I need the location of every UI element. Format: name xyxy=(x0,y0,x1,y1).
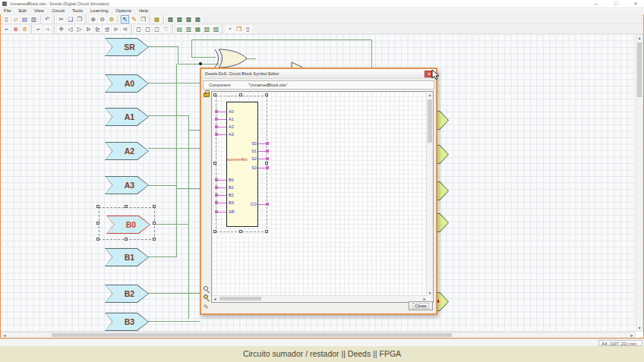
select-pointer-icon[interactable]: ↖ xyxy=(121,15,129,24)
print-icon[interactable]: ▥ xyxy=(30,15,38,24)
vertical-scrollbar[interactable]: ▲ ▼ xyxy=(636,34,643,332)
menu-help[interactable]: Help xyxy=(135,8,152,14)
zoom-in-icon[interactable] xyxy=(204,286,208,291)
zoom-out-icon[interactable]: ⊖ xyxy=(98,15,106,24)
menu-circuit[interactable]: Circuit xyxy=(48,8,68,14)
editor-selection-handle[interactable] xyxy=(239,93,242,96)
counter-icon[interactable]: ▤ xyxy=(175,25,184,33)
clock-generator-icon[interactable]: ◔ xyxy=(226,25,234,33)
editor-vertical-scrollbar[interactable]: ▲ ▼ xyxy=(426,92,433,296)
probe-high-icon[interactable]: ⌐ xyxy=(34,25,43,33)
close-dialog-button[interactable]: Close xyxy=(409,301,433,310)
horizontal-scrollbar[interactable]: ◄ ► xyxy=(1,332,636,338)
menu-learning[interactable]: Learning xyxy=(87,8,112,14)
pencil-icon[interactable]: ✎ xyxy=(204,304,209,310)
save-file-icon[interactable]: ▤ xyxy=(21,15,29,24)
cut-icon[interactable]: ✂ xyxy=(57,15,65,24)
editor-selection-handle[interactable] xyxy=(213,162,216,165)
editor-selection-handle[interactable] xyxy=(265,162,268,165)
input-flag-a1[interactable]: A1 xyxy=(105,108,149,126)
canvas-selection-handle[interactable] xyxy=(96,238,99,241)
editor-scroll-up-icon[interactable]: ▲ xyxy=(427,92,433,98)
menu-file[interactable]: File xyxy=(0,8,15,14)
symbol-editor-canvas[interactable]: sumres4bit ▲ ▼ ◄ ► A0A1A2A3B0B1B2B3SRS0S… xyxy=(211,91,434,303)
flipflop-d-icon[interactable]: ◻ xyxy=(134,25,143,33)
input-flag-a3[interactable]: A3 xyxy=(105,176,149,194)
horizontal-scroll-thumb[interactable] xyxy=(52,333,452,337)
power-node-icon[interactable]: ❒ xyxy=(235,25,243,33)
rom-icon[interactable]: ▥ xyxy=(185,25,193,33)
canvas-selection-handle[interactable] xyxy=(153,205,156,208)
menu-edit[interactable]: Edit xyxy=(15,8,30,14)
pin-square-s0[interactable] xyxy=(266,142,269,145)
zoom-region-icon[interactable]: ⊚ xyxy=(107,15,115,24)
input-tool-icon[interactable]: ⊕ xyxy=(11,25,20,33)
open-file-icon[interactable]: ▱ xyxy=(11,15,20,24)
minimize-button[interactable]: – xyxy=(592,0,600,7)
menu-view[interactable]: View xyxy=(30,8,48,14)
lock-icon[interactable] xyxy=(204,93,210,97)
editor-selection-handle[interactable] xyxy=(265,93,268,96)
copy-icon[interactable]: ❏ xyxy=(66,15,74,24)
scroll-right-icon[interactable]: ► xyxy=(629,332,635,338)
zoom-in-icon[interactable]: ⊕ xyxy=(89,15,97,24)
ram-icon[interactable]: ▦ xyxy=(194,25,202,33)
register-icon[interactable]: ▧ xyxy=(203,25,211,33)
editor-horizontal-scrollbar[interactable]: ◄ ► xyxy=(212,295,428,302)
scroll-up-icon[interactable]: ▲ xyxy=(636,35,642,41)
output-tool-icon[interactable]: ⊚ xyxy=(21,25,29,33)
editor-scroll-down-icon[interactable]: ▼ xyxy=(427,290,433,296)
canvas-selection-handle[interactable] xyxy=(96,205,99,208)
edit-component-icon[interactable]: ❒ xyxy=(139,15,147,24)
fpga-tool-icon[interactable]: ▩ xyxy=(194,15,202,24)
editor-selection-handle[interactable] xyxy=(265,230,268,233)
maximize-button[interactable]: □ xyxy=(612,0,620,7)
and-gate-icon[interactable]: ⊳ xyxy=(84,25,93,33)
timing-diagram-icon[interactable]: ▩ xyxy=(166,15,175,24)
canvas-selection-handle[interactable] xyxy=(96,222,99,225)
menu-options[interactable]: Options xyxy=(112,8,135,14)
input-flag-sr[interactable]: SR xyxy=(105,38,149,56)
canvas-selection-handle[interactable] xyxy=(125,238,128,241)
flipflop-jk-icon[interactable]: ◻ xyxy=(144,25,152,33)
dialog-title[interactable]: Deeds-DcS: Circuit Block Symbol Editor xyxy=(201,69,436,79)
rom-tool-icon[interactable]: ▩ xyxy=(185,15,193,24)
canvas-selection-handle[interactable] xyxy=(153,238,156,241)
input-flag-a0[interactable]: A0 xyxy=(105,74,149,93)
wire-tool-icon[interactable]: ⌐ xyxy=(2,25,11,33)
probe-low-icon[interactable]: ¬ xyxy=(43,25,52,33)
pin-square-s1[interactable] xyxy=(266,150,269,153)
input-flag-b1[interactable]: B1 xyxy=(105,248,149,266)
draw-wire-icon[interactable]: ✎ xyxy=(130,15,138,24)
or-gate-icon[interactable]: ⊵ xyxy=(93,25,102,33)
input-flag-a2[interactable]: A2 xyxy=(105,142,149,160)
scroll-left-icon[interactable]: ◄ xyxy=(2,332,8,338)
canvas-selection-handle[interactable] xyxy=(153,222,156,225)
scroll-down-icon[interactable]: ▼ xyxy=(636,325,642,331)
nand-gate-icon[interactable]: ⊴ xyxy=(103,25,111,33)
zoom-out-icon[interactable] xyxy=(204,294,208,299)
editor-scroll-left-icon[interactable]: ◄ xyxy=(212,296,218,302)
editor-selection-handle[interactable] xyxy=(213,230,216,233)
undo-icon[interactable]: ↶ xyxy=(43,15,52,24)
paste-icon[interactable]: ❐ xyxy=(75,15,84,24)
pause-element-icon[interactable]: ▯ xyxy=(244,25,252,33)
xor-gate-shape[interactable] xyxy=(213,49,248,69)
editor-selection-handle[interactable] xyxy=(239,230,242,233)
junction-tool-icon[interactable]: ✛ xyxy=(57,25,65,33)
xnor-gate-icon[interactable]: ⋖ xyxy=(121,25,129,33)
display-element-icon[interactable]: ♡ xyxy=(162,25,170,33)
xor-gate-icon[interactable]: ⋗ xyxy=(112,25,120,33)
test-chip-icon[interactable]: ▦ xyxy=(153,15,161,24)
pin-square-s3[interactable] xyxy=(266,166,269,169)
pin-square-co[interactable] xyxy=(266,203,269,206)
new-file-icon[interactable]: ▯ xyxy=(2,15,11,24)
input-flag-b2[interactable]: B2 xyxy=(105,285,149,303)
mux-icon[interactable]: ▨ xyxy=(212,25,220,33)
canvas-selection-box[interactable] xyxy=(99,207,155,240)
buffer-gate-icon[interactable]: ▷ xyxy=(75,25,84,33)
menu-tools[interactable]: Tools xyxy=(68,8,87,14)
editor-vscroll-thumb[interactable] xyxy=(428,99,432,143)
input-flag-b3[interactable]: B3 xyxy=(105,313,149,331)
circuit-block-editor-icon[interactable]: ▩ xyxy=(175,15,184,24)
